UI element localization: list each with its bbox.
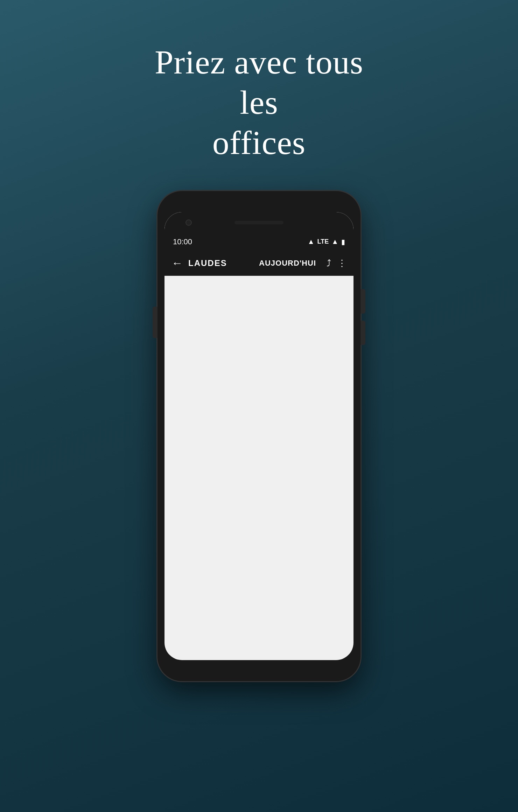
front-camera	[186, 219, 192, 226]
hero-title: Priez avec tous les offices	[136, 42, 382, 163]
earpiece-speaker	[234, 221, 284, 224]
share-button[interactable]	[327, 258, 331, 269]
lte-label: LTE	[317, 238, 329, 245]
hero-line1: Priez avec tous les	[155, 43, 363, 121]
phone-shell: 10:00 ▲ LTE ▲ ▮ ← LAUDES AUJOURD'HUI	[158, 191, 360, 681]
phone-mockup: 10:00 ▲ LTE ▲ ▮ ← LAUDES AUJOURD'HUI	[158, 191, 360, 681]
toolbar-actions	[327, 258, 346, 269]
hero-line2: offices	[212, 124, 306, 161]
app-toolbar: ← LAUDES AUJOURD'HUI	[164, 251, 354, 276]
status-icons: ▲ LTE ▲ ▮	[308, 238, 345, 246]
volume-up-button[interactable]	[360, 289, 365, 314]
phone-screen: 10:00 ▲ LTE ▲ ▮ ← LAUDES AUJOURD'HUI	[164, 212, 354, 660]
power-button[interactable]	[153, 307, 158, 338]
toolbar-subtitle: AUJOURD'HUI	[259, 259, 316, 268]
status-time: 10:00	[173, 237, 192, 246]
volume-down-button[interactable]	[360, 321, 365, 345]
wifi-icon: ▲	[308, 238, 315, 246]
more-button[interactable]	[337, 258, 346, 269]
back-button[interactable]: ←	[172, 257, 183, 270]
notch-area	[164, 212, 354, 233]
status-bar: 10:00 ▲ LTE ▲ ▮	[164, 233, 354, 251]
battery-icon: ▮	[341, 238, 345, 246]
toolbar-title: LAUDES	[188, 258, 227, 268]
signal-icon: ▲	[331, 238, 338, 246]
